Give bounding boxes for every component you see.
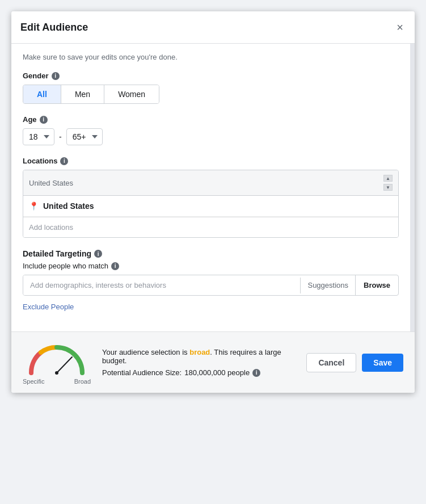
detailed-targeting-section: Detailed Targeting i Include people who …	[23, 249, 399, 311]
gender-info-icon[interactable]: i	[52, 72, 60, 80]
age-info-icon[interactable]: i	[40, 116, 48, 124]
gender-men-button[interactable]: Men	[61, 85, 104, 103]
broad-label: Broad	[74, 378, 91, 385]
age-dash: -	[59, 132, 62, 141]
location-name: United States	[43, 201, 94, 211]
modal-header: Edit Audience ×	[11, 11, 415, 44]
targeting-input[interactable]	[23, 275, 300, 295]
location-pin-icon: 📍	[29, 201, 39, 211]
locations-section: Locations i United States ▲ ▼ 📍 United S…	[23, 157, 399, 238]
audience-size-value: 180,000,000 people	[184, 368, 250, 377]
gender-women-button[interactable]: Women	[104, 85, 159, 103]
gender-label: Gender i	[23, 72, 399, 80]
include-label: Include people who match i	[23, 262, 399, 270]
modal-footer: Specific Broad Your audience selection i…	[11, 331, 415, 393]
locations-header: United States ▲ ▼	[23, 170, 398, 196]
modal-body: Make sure to save your edits once you're…	[11, 44, 415, 331]
close-button[interactable]: ×	[394, 19, 406, 35]
locations-label: Locations i	[23, 157, 399, 165]
locations-box: United States ▲ ▼ 📍 United States	[23, 170, 399, 238]
audience-size-info-icon[interactable]: i	[252, 369, 260, 377]
suggestions-button[interactable]: Suggestions	[301, 275, 356, 295]
scroll-down-button[interactable]: ▼	[383, 184, 393, 191]
svg-line-0	[57, 357, 72, 373]
cancel-button[interactable]: Cancel	[306, 353, 356, 372]
add-locations-input[interactable]	[23, 217, 398, 237]
age-max-select[interactable]: 65+ 181920212530 35404550556065	[66, 128, 103, 145]
detailed-targeting-label: Detailed Targeting i	[23, 249, 399, 258]
modal-title: Edit Audience	[20, 22, 88, 33]
targeting-input-row: Suggestions Browse	[23, 275, 399, 296]
notice-text: Make sure to save your edits once you're…	[23, 53, 399, 61]
footer-actions: Cancel Save	[306, 353, 403, 372]
scroll-up-button[interactable]: ▲	[383, 175, 393, 182]
age-label: Age i	[23, 115, 399, 124]
age-row: 18 1314151617 1920212530 35404550556065 …	[23, 128, 399, 145]
gauge-labels: Specific Broad	[23, 378, 91, 385]
audience-message: Your audience selection is broad. This r…	[102, 348, 295, 365]
locations-scroll-controls: ▲ ▼	[383, 175, 393, 191]
broad-text: broad	[189, 348, 210, 356]
browse-button[interactable]: Browse	[356, 275, 398, 295]
age-section: Age i 18 1314151617 1920212530 354045505…	[23, 115, 399, 145]
save-button[interactable]: Save	[362, 354, 403, 372]
include-info-icon[interactable]: i	[111, 262, 119, 270]
gauge-chart	[26, 340, 88, 377]
age-min-select[interactable]: 18 1314151617 1920212530 35404550556065	[23, 128, 54, 145]
audience-info: Your audience selection is broad. This r…	[102, 348, 295, 377]
svg-point-1	[55, 371, 58, 375]
gender-all-button[interactable]: All	[23, 85, 61, 103]
gender-section: Gender i All Men Women	[23, 72, 399, 104]
locations-header-text: United States	[29, 179, 73, 187]
gender-button-group: All Men Women	[23, 85, 159, 104]
audience-size: Potential Audience Size: 180,000,000 peo…	[102, 368, 295, 377]
exclude-people-link[interactable]: Exclude People	[23, 303, 74, 311]
gauge-container: Specific Broad	[23, 340, 91, 385]
specific-label: Specific	[23, 378, 45, 385]
locations-item: 📍 United States	[23, 196, 398, 217]
edit-audience-modal: Edit Audience × Make sure to save your e…	[11, 11, 415, 393]
locations-info-icon[interactable]: i	[60, 157, 68, 165]
detailed-targeting-info-icon[interactable]: i	[94, 250, 102, 258]
